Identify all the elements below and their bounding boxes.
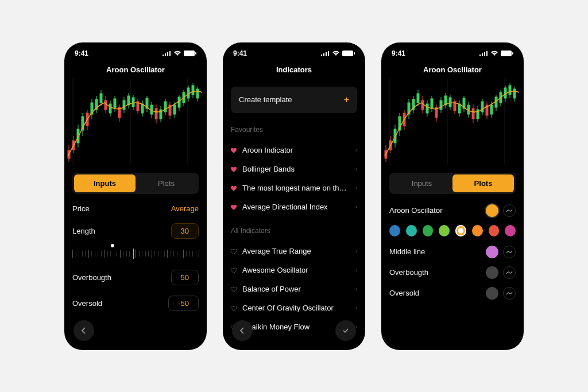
svg-rect-3 <box>169 51 171 56</box>
status-bar: 9:41 <box>64 42 207 60</box>
svg-rect-46 <box>141 104 144 113</box>
tabs: Inputs Plots <box>389 173 516 194</box>
color-swatch[interactable] <box>486 266 498 279</box>
length-value[interactable]: 30 <box>171 223 199 239</box>
confirm-button[interactable] <box>335 320 356 341</box>
plot-label: Aroon Oscillator <box>389 206 442 215</box>
oversold-value[interactable]: -50 <box>168 296 199 311</box>
indicator-label: Aroon Indicator <box>242 146 350 154</box>
create-template-button[interactable]: Create template + <box>231 87 357 113</box>
heart-icon[interactable] <box>231 147 237 153</box>
heart-icon[interactable] <box>231 185 237 191</box>
heart-outline-icon[interactable] <box>231 286 237 292</box>
color-swatch[interactable] <box>486 246 498 258</box>
favourite-indicator-row[interactable]: Average Directional Index› <box>231 197 357 216</box>
palette-swatch[interactable] <box>439 225 450 236</box>
plot-row: Aroon Oscillator <box>389 204 516 217</box>
wifi-icon <box>490 51 498 56</box>
color-swatch[interactable] <box>486 204 498 217</box>
chevron-left-icon <box>238 327 246 335</box>
indicator-row[interactable]: Center Of Gravity Oscillator› <box>231 298 357 317</box>
candlestick-chart <box>381 79 524 165</box>
tab-plots[interactable]: Plots <box>136 174 197 192</box>
palette-swatch[interactable] <box>406 225 417 236</box>
line-style-button[interactable] <box>503 204 516 217</box>
chevron-right-icon: › <box>355 147 357 153</box>
svg-rect-74 <box>482 53 483 56</box>
phone-indicators-screen: 9:41 Indicators Create template + Favour… <box>223 42 365 350</box>
row-price[interactable]: Price Average <box>72 204 199 213</box>
color-swatch[interactable] <box>486 287 498 300</box>
overbought-label: Overbougth <box>72 273 111 282</box>
chevron-right-icon: › <box>355 185 357 191</box>
battery-icon <box>342 51 355 56</box>
svg-rect-76 <box>486 51 488 56</box>
heart-icon[interactable] <box>231 204 237 209</box>
length-slider[interactable] <box>72 246 199 262</box>
page-title: Indicators <box>223 60 365 79</box>
palette-swatch[interactable] <box>389 225 400 236</box>
palette-swatch[interactable] <box>455 225 466 236</box>
svg-rect-2 <box>167 52 168 56</box>
svg-rect-109 <box>426 104 428 113</box>
svg-rect-89 <box>421 100 424 110</box>
length-label: Length <box>72 227 95 235</box>
indicator-label: Awesome Oscillator <box>242 266 350 274</box>
favourite-indicator-row[interactable]: Aroon Indicator› <box>231 141 357 160</box>
status-icons <box>163 51 196 56</box>
svg-rect-70 <box>328 51 329 56</box>
svg-rect-1 <box>165 53 166 56</box>
tab-plots[interactable]: Plots <box>452 174 514 192</box>
indicator-row[interactable]: Balance of Power› <box>231 280 357 298</box>
heart-outline-icon[interactable] <box>231 267 237 273</box>
tab-inputs[interactable]: Inputs <box>74 174 136 192</box>
palette-swatch[interactable] <box>423 225 434 236</box>
favourite-indicator-row[interactable]: The most longest name on the pla…› <box>231 178 357 197</box>
plot-row: Overbougth <box>389 266 516 279</box>
palette-swatch[interactable] <box>489 225 500 236</box>
line-style-button[interactable] <box>503 287 516 300</box>
chevron-left-icon <box>80 327 88 335</box>
oversold-label: Oversold <box>72 299 102 308</box>
chart-svg <box>381 79 524 165</box>
plot-label: Overbougth <box>389 268 428 277</box>
plot-row: Middle line <box>389 246 516 258</box>
status-icons <box>479 51 513 56</box>
all-indicators-header: All Indicators <box>231 227 357 235</box>
svg-rect-78 <box>512 52 513 55</box>
line-style-button[interactable] <box>503 246 516 258</box>
palette-swatch[interactable] <box>472 225 483 236</box>
back-button[interactable] <box>232 320 253 341</box>
indicator-row[interactable]: Awesome Oscillator› <box>231 261 357 280</box>
line-style-button[interactable] <box>503 266 516 279</box>
svg-rect-107 <box>417 94 419 103</box>
chevron-right-icon: › <box>355 267 357 273</box>
back-button[interactable] <box>74 320 94 341</box>
phone-inputs-screen: 9:41 Aroon Oscillator <box>64 42 207 350</box>
svg-rect-66 <box>196 89 199 98</box>
chevron-right-icon: › <box>355 248 357 254</box>
svg-rect-77 <box>501 51 512 56</box>
svg-rect-95 <box>472 108 474 119</box>
tab-inputs[interactable]: Inputs <box>391 174 452 192</box>
favourite-indicator-row[interactable]: Bollinger Bands› <box>231 160 357 178</box>
chevron-right-icon: › <box>355 204 357 210</box>
heart-outline-icon[interactable] <box>231 305 237 311</box>
battery-icon <box>184 51 196 56</box>
chart-svg <box>64 79 207 165</box>
svg-rect-113 <box>440 100 442 110</box>
svg-rect-111 <box>431 99 433 108</box>
status-bar: 9:41 <box>381 42 524 60</box>
indicator-row[interactable]: Average True Range› <box>231 242 357 261</box>
status-time: 9:41 <box>392 49 405 57</box>
heart-icon[interactable] <box>231 166 237 172</box>
svg-rect-4 <box>184 51 195 56</box>
plus-icon: + <box>344 95 349 105</box>
palette-swatch[interactable] <box>505 225 516 236</box>
slider-knob[interactable] <box>111 244 114 247</box>
svg-rect-75 <box>484 52 485 56</box>
overbought-value[interactable]: 50 <box>171 270 199 285</box>
svg-rect-69 <box>326 52 327 56</box>
heart-outline-icon[interactable] <box>231 248 237 254</box>
plot-label: Middle line <box>389 247 425 256</box>
